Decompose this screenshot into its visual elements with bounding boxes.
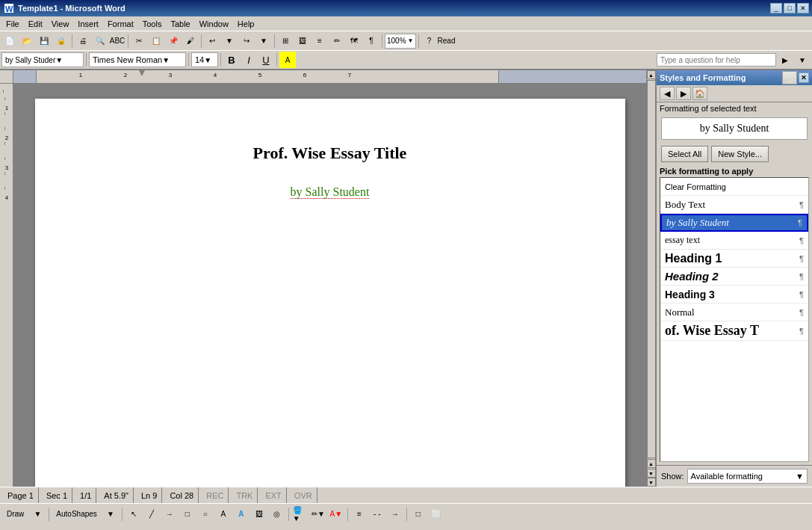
panel-forward-button[interactable]: ▶	[676, 87, 691, 100]
sep7	[86, 53, 87, 67]
styles-list[interactable]: Clear Formatting Body Text ¶ by Sally St…	[660, 177, 809, 462]
spell-check-button[interactable]: ABC	[109, 33, 125, 49]
underline-button[interactable]: U	[258, 52, 274, 68]
print-preview-button[interactable]: 🔍	[92, 33, 108, 49]
panel-home-button[interactable]: 🏠	[692, 87, 707, 100]
3d-button[interactable]: ⬜	[428, 506, 444, 523]
show-dropdown-arrow-icon: ▼	[796, 472, 804, 481]
show-formatting-button[interactable]: ¶	[363, 33, 379, 49]
user-dropdown[interactable]: by Sally Studer ▼	[1, 52, 84, 67]
font-size-dropdown[interactable]: 14 ▼	[191, 52, 218, 67]
scroll-btn-up2[interactable]: ▲	[647, 459, 656, 468]
menu-file[interactable]: File	[1, 18, 24, 30]
menu-tools[interactable]: Tools	[138, 18, 167, 30]
panel-min-button[interactable]: _	[782, 71, 797, 84]
redo-arrow-button[interactable]: ▼	[255, 33, 272, 49]
essay-title: Prof. Wise Essay Title	[95, 144, 565, 163]
menu-edit[interactable]: Edit	[24, 18, 47, 30]
arrow-style-button[interactable]: →	[387, 506, 403, 523]
sep8	[188, 53, 189, 67]
style-heading3[interactable]: Heading 3 ¶	[660, 286, 808, 303]
minimize-button[interactable]: _	[770, 3, 782, 13]
copy-button[interactable]: 📋	[148, 33, 164, 49]
rect-tool[interactable]: □	[179, 506, 196, 523]
window-controls[interactable]: _ □ ✕	[770, 3, 809, 13]
help-button[interactable]: ?	[421, 33, 438, 49]
style-heading2[interactable]: Heading 2 ¶	[660, 268, 808, 286]
menu-insert[interactable]: Insert	[73, 18, 103, 30]
document-area[interactable]: Prof. Wise Essay Title by Sally Student	[13, 84, 646, 487]
save-button[interactable]: 💾	[36, 33, 52, 49]
insert-picture-button[interactable]: 🖼	[294, 33, 311, 49]
fill-color-button[interactable]: 🪣▼	[292, 506, 309, 523]
read-button[interactable]: Read	[438, 33, 455, 49]
diagram-tool[interactable]: ◎	[269, 506, 285, 523]
print-button[interactable]: 🖨	[75, 33, 91, 49]
draw-arrow-icon[interactable]: ▼	[29, 506, 46, 523]
insert-table-button[interactable]: ⊞	[277, 33, 294, 49]
sep-bottom2	[122, 508, 123, 521]
italic-button[interactable]: I	[241, 52, 257, 68]
autoshapes-button[interactable]: AutoShapes	[52, 506, 101, 523]
columns-button[interactable]: ≡	[312, 33, 328, 49]
menu-view[interactable]: View	[47, 18, 74, 30]
drawing-button[interactable]: ✏	[329, 33, 345, 49]
wordart-tool[interactable]: A	[233, 506, 250, 523]
status-rec-text: REC	[206, 491, 223, 500]
arrow-tool[interactable]: →	[161, 506, 178, 523]
open-button[interactable]: 📂	[19, 33, 35, 49]
line-tool[interactable]: ╱	[143, 506, 160, 523]
new-style-button[interactable]: New Style...	[711, 146, 769, 162]
bold-button[interactable]: B	[223, 52, 240, 68]
status-at-text: At 5.9"	[104, 491, 128, 500]
style-by-sally[interactable]: by Sally Student ¶	[660, 214, 808, 232]
help-search-button[interactable]: ▶	[777, 52, 793, 68]
style-essay-text[interactable]: essay text ¶	[660, 232, 808, 250]
line-style-button[interactable]: ≡	[351, 506, 368, 523]
clip-art-tool[interactable]: 🖼	[251, 506, 267, 523]
menu-help[interactable]: Help	[233, 18, 259, 30]
permissions-button[interactable]: 🔒	[53, 33, 69, 49]
autoshapes-arrow-icon[interactable]: ▼	[102, 506, 119, 523]
undo-button[interactable]: ↩	[204, 33, 220, 49]
line-color-button[interactable]: ✏▼	[310, 506, 326, 523]
panel-close-button[interactable]: ✕	[799, 73, 809, 83]
style-normal[interactable]: Normal ¶	[660, 303, 808, 321]
help-arrow-button[interactable]: ▼	[794, 52, 811, 68]
panel-back-button[interactable]: ◀	[660, 87, 675, 100]
draw-label[interactable]: Draw	[3, 506, 28, 523]
panel-title-bar: Styles and Formatting _ ✕	[657, 70, 812, 85]
help-search-input[interactable]	[657, 53, 776, 67]
doc-map-button[interactable]: 🗺	[346, 33, 362, 49]
format-painter-button[interactable]: 🖌	[182, 33, 199, 49]
dash-style-button[interactable]: - -	[369, 506, 385, 523]
text-box-tool[interactable]: A	[215, 506, 232, 523]
close-button[interactable]: ✕	[797, 3, 809, 13]
zoom-dropdown[interactable]: 100% ▼	[385, 34, 416, 49]
style-clear[interactable]: Clear Formatting	[660, 178, 808, 196]
style-heading1[interactable]: Heading 1 ¶	[660, 250, 808, 268]
scroll-down-button[interactable]: ▼	[647, 478, 656, 487]
shadow-button[interactable]: □	[410, 506, 427, 523]
new-button[interactable]: 📄	[1, 33, 18, 49]
scroll-up-button[interactable]: ▲	[647, 70, 656, 79]
font-color-button[interactable]: A▼	[328, 506, 344, 523]
scroll-btn-down2[interactable]: ▼	[647, 469, 656, 478]
paste-button[interactable]: 📌	[165, 33, 182, 49]
font-dropdown[interactable]: Times New Roman ▼	[89, 52, 186, 67]
menu-format[interactable]: Format	[103, 18, 138, 30]
menu-window[interactable]: Window	[195, 18, 233, 30]
oval-tool[interactable]: ○	[197, 506, 214, 523]
style-body-text[interactable]: Body Text ¶	[660, 196, 808, 214]
maximize-button[interactable]: □	[784, 3, 796, 13]
show-dropdown[interactable]: Available formatting ▼	[687, 469, 808, 484]
scroll-track[interactable]	[647, 80, 656, 458]
menu-table[interactable]: Table	[166, 18, 194, 30]
highlight-button[interactable]: A	[279, 52, 296, 68]
undo-arrow-button[interactable]: ▼	[221, 33, 238, 49]
select-all-button[interactable]: Select All	[661, 146, 708, 162]
cursor-tool[interactable]: ↖	[125, 506, 142, 523]
cut-button[interactable]: ✂	[131, 33, 147, 49]
redo-button[interactable]: ↪	[238, 33, 255, 49]
style-prof-title[interactable]: of. Wise Essay T ¶	[660, 321, 808, 341]
